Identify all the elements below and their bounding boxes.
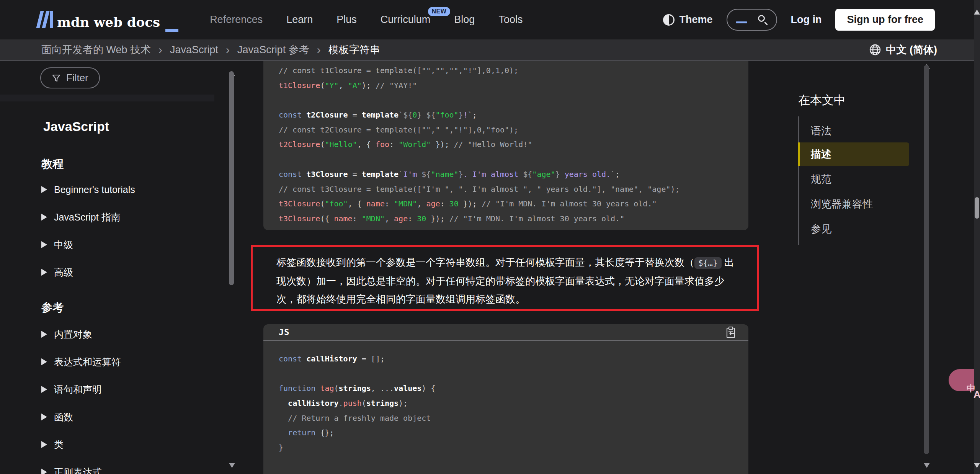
language-selector[interactable]: 中文 (简体): [869, 43, 937, 57]
clipboard-copy-icon: [725, 326, 736, 338]
sidebar-item[interactable]: JavaScript 指南: [41, 203, 210, 231]
nav-item-tools[interactable]: Tools: [498, 14, 523, 26]
content-scrollbar-thumb[interactable]: [924, 65, 929, 454]
breadcrumb: 面向开发者的 Web 技术›JavaScript›JavaScript 参考›模…: [41, 43, 380, 57]
code-token: 30: [449, 199, 459, 208]
code-token: `: [611, 170, 615, 179]
expand-triangle-icon[interactable]: [41, 331, 47, 338]
code-line: t2Closure("Hello", { foo: "World" }); //…: [279, 137, 735, 152]
sidebar-scrollbar-thumb[interactable]: [229, 71, 234, 285]
code-token: [315, 473, 320, 474]
code-line: // const t1Closure = template(["","","",…: [279, 63, 735, 78]
code-token: ) {: [421, 384, 435, 393]
code-line: [279, 366, 735, 381]
sidebar-section-heading: 参考: [41, 300, 64, 315]
expand-triangle-icon[interactable]: [41, 441, 47, 448]
sidebar-scroll-down-arrow[interactable]: [229, 468, 235, 474]
sidebar-item[interactable]: Beginner's tutorials: [41, 176, 210, 203]
code-token: [302, 354, 306, 363]
nav-item-learn[interactable]: Learn: [286, 14, 313, 26]
code-token: "age": [532, 170, 555, 179]
copy-to-clipboard-button[interactable]: [725, 326, 736, 338]
inline-code-chip: ${…}: [694, 257, 722, 269]
content-scroll-down-arrow[interactable]: [924, 468, 930, 474]
sidebar-item-label: JavaScript 指南: [54, 211, 121, 224]
main-nav: ReferencesLearnPlusCurriculumNEWBlogTool…: [210, 14, 523, 26]
window-scroll-down-arrow[interactable]: [974, 468, 980, 474]
toc-item-0[interactable]: 语法: [799, 123, 913, 139]
search-input[interactable]: [727, 9, 777, 31]
code-token: [315, 384, 320, 393]
expand-triangle-icon[interactable]: [41, 241, 47, 248]
code-token: () {: [389, 473, 408, 474]
breadcrumb-item[interactable]: 模板字符串: [328, 43, 380, 57]
code-token: :: [389, 140, 399, 149]
code-line: return {};: [279, 425, 735, 440]
sidebar-item[interactable]: 语句和声明: [41, 376, 210, 403]
sidebar-item[interactable]: 高级: [41, 258, 210, 286]
theme-toggle[interactable]: Theme: [663, 14, 712, 26]
toc-item-1[interactable]: 描述: [798, 142, 909, 166]
expand-triangle-icon[interactable]: [41, 386, 47, 393]
sidebar-item[interactable]: 类: [41, 431, 210, 458]
logo-underscore: [165, 29, 178, 32]
code-token: // Return a freshly made object: [288, 414, 431, 423]
article-content: // const t1Closure = template(["","","",…: [263, 61, 748, 474]
annotation-red-box: 标签函数接收到的第一个参数是一个字符串数组。对于任何模板字面量，其长度等于替换次…: [251, 245, 759, 311]
code-token: [279, 428, 288, 437]
expand-triangle-icon[interactable]: [41, 186, 47, 193]
toc-item-2[interactable]: 规范: [799, 171, 913, 188]
breadcrumb-item[interactable]: JavaScript: [170, 44, 218, 56]
window-scroll-up-arrow[interactable]: [974, 3, 980, 10]
code-block-call-history: JS const callHistory = []; function tag(…: [263, 324, 748, 474]
expand-triangle-icon[interactable]: [41, 214, 47, 221]
expand-triangle-icon[interactable]: [41, 358, 47, 365]
nav-item-references[interactable]: References: [210, 14, 263, 26]
code-token: values: [394, 384, 421, 393]
translate-fab-button[interactable]: 中 A: [949, 369, 974, 391]
code-token: push: [343, 399, 362, 408]
expand-triangle-icon[interactable]: [41, 414, 47, 420]
sidebar-item[interactable]: 内置对象: [41, 320, 210, 348]
window-scrollbar-thumb[interactable]: [975, 197, 979, 219]
expand-triangle-icon[interactable]: [41, 269, 47, 276]
code-line: const callHistory = [];: [279, 351, 735, 366]
code-token: t3Closure: [279, 214, 320, 223]
code-token: [279, 414, 288, 423]
code-token: !: [463, 110, 468, 119]
toc-item-3[interactable]: 浏览器兼容性: [799, 196, 913, 212]
breadcrumb-item[interactable]: JavaScript 参考: [237, 43, 309, 57]
code-block-body: const callHistory = []; function tag(str…: [263, 341, 748, 474]
code-token: (: [334, 384, 339, 393]
code-token: return: [288, 428, 315, 437]
breadcrumb-item[interactable]: 面向开发者的 Web 技术: [41, 43, 151, 57]
login-link[interactable]: Log in: [791, 14, 822, 26]
code-token: function: [279, 473, 315, 474]
sidebar-item[interactable]: 表达式和运算符: [41, 348, 210, 376]
code-token: }: [555, 170, 560, 179]
search-icon[interactable]: [758, 15, 768, 25]
code-block-header: JS: [263, 324, 748, 341]
code-line: t3Closure("foo", { name: "MDN", age: 30 …: [279, 196, 735, 211]
mdn-logo[interactable]: mdn web docs: [38, 11, 178, 29]
code-token: const: [279, 110, 302, 119]
code-token: 30: [417, 214, 426, 223]
code-token: [279, 399, 288, 408]
sidebar-item[interactable]: 函数: [41, 403, 210, 431]
code-token: "name": [431, 170, 458, 179]
window-scrollbar-track[interactable]: [974, 0, 980, 474]
expand-triangle-icon[interactable]: [41, 469, 47, 474]
sidebar-item[interactable]: 正则表达式: [41, 458, 210, 474]
nav-item-blog[interactable]: Blog: [454, 14, 475, 26]
code-token: (: [320, 81, 325, 90]
sidebar-section-heading: 教程: [41, 157, 64, 172]
content-scroll-up-arrow[interactable]: [924, 57, 930, 64]
nav-item-plus[interactable]: Plus: [336, 14, 357, 26]
nav-item-curriculum[interactable]: CurriculumNEW: [381, 14, 431, 26]
code-line: [279, 152, 735, 167]
toc-item-4[interactable]: 参见: [799, 221, 913, 237]
sidebar-scroll-up-arrow[interactable]: [229, 64, 235, 71]
signup-button[interactable]: Sign up for free: [835, 9, 935, 31]
translate-icon-en: A: [973, 389, 980, 400]
sidebar-item[interactable]: 中级: [41, 231, 210, 258]
